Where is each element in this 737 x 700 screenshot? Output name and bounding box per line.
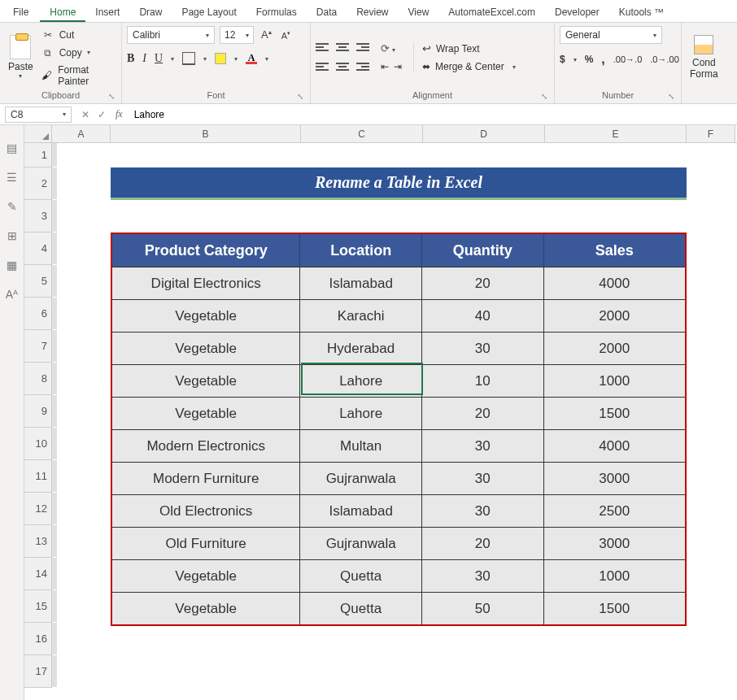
- table-cell[interactable]: Modern Electronics: [112, 430, 300, 462]
- table-cell[interactable]: 20: [422, 267, 544, 299]
- paste-button[interactable]: Paste ▾: [5, 35, 37, 80]
- table-cell[interactable]: 3000: [544, 463, 686, 494]
- sidebar-icon[interactable]: ▤: [7, 141, 17, 154]
- table-cell[interactable]: Quetta: [300, 593, 422, 624]
- cut-button[interactable]: Cut: [41, 28, 116, 41]
- table-cell[interactable]: Multan: [300, 430, 422, 462]
- cell[interactable]: [56, 460, 57, 492]
- row-header-13[interactable]: 13: [24, 525, 52, 558]
- underline-button[interactable]: U: [155, 52, 163, 65]
- row-header-10[interactable]: 10: [24, 428, 52, 460]
- cancel-formula-icon[interactable]: ✕: [81, 109, 89, 120]
- tab-draw[interactable]: Draw: [129, 2, 172, 22]
- row-header-14[interactable]: 14: [24, 558, 52, 590]
- align-center-button[interactable]: [336, 63, 349, 72]
- row-header-8[interactable]: 8: [24, 363, 52, 395]
- table-header[interactable]: Location: [300, 234, 422, 267]
- table-cell[interactable]: 30: [422, 430, 544, 462]
- cell[interactable]: [56, 363, 57, 394]
- tab-insert[interactable]: Insert: [85, 2, 129, 22]
- align-left-button[interactable]: [316, 63, 329, 72]
- table-cell[interactable]: 1000: [544, 560, 686, 592]
- table-cell[interactable]: 2500: [544, 495, 686, 527]
- cell[interactable]: [56, 493, 57, 524]
- accounting-format-button[interactable]: [560, 54, 565, 65]
- comma-format-button[interactable]: [601, 52, 604, 67]
- row-header-2[interactable]: 2: [24, 167, 52, 200]
- cell[interactable]: [56, 428, 57, 459]
- table-cell[interactable]: Modern Furniture: [112, 463, 300, 494]
- increase-font-icon[interactable]: A▴: [259, 28, 274, 41]
- table-cell[interactable]: 30: [422, 463, 544, 494]
- formula-input[interactable]: [131, 107, 737, 123]
- percent-format-button[interactable]: [585, 54, 594, 65]
- table-cell[interactable]: Hyderabad: [300, 333, 422, 364]
- increase-decimal-button[interactable]: .00→.0: [613, 54, 642, 64]
- table-cell[interactable]: Vegetable: [112, 333, 300, 364]
- table-header[interactable]: Quantity: [422, 234, 544, 267]
- fill-color-button[interactable]: [215, 53, 226, 64]
- conditional-formatting-button[interactable]: Cond Forma: [687, 35, 722, 80]
- table-cell[interactable]: Digital Electronics: [112, 267, 300, 299]
- align-top-button[interactable]: [316, 43, 329, 53]
- tab-file[interactable]: File: [2, 2, 40, 22]
- decrease-font-icon[interactable]: A▾: [279, 30, 293, 41]
- cell[interactable]: [56, 395, 57, 427]
- decrease-decimal-button[interactable]: .0→.00: [650, 54, 678, 64]
- wrap-text-button[interactable]: ↩Wrap Text: [422, 42, 516, 54]
- tab-developer[interactable]: Developer: [545, 2, 609, 22]
- sidebar-icon[interactable]: ▦: [7, 259, 17, 272]
- table-cell[interactable]: Islamabad: [300, 495, 422, 527]
- col-header-F[interactable]: F: [687, 125, 735, 142]
- row-header-4[interactable]: 4: [24, 233, 52, 265]
- tab-automateexcel[interactable]: AutomateExcel.com: [438, 2, 545, 22]
- table-cell[interactable]: 50: [422, 593, 544, 624]
- table-cell[interactable]: 1000: [544, 365, 686, 397]
- row-header-12[interactable]: 12: [24, 493, 52, 525]
- sidebar-icon[interactable]: Aᴬ: [6, 288, 18, 301]
- table-cell[interactable]: 10: [422, 365, 544, 397]
- table-cell[interactable]: 1500: [544, 398, 686, 429]
- row-header-9[interactable]: 9: [24, 395, 52, 428]
- cell[interactable]: [56, 265, 57, 297]
- row-header-3[interactable]: 3: [24, 200, 52, 233]
- cell[interactable]: [56, 167, 57, 199]
- table-cell[interactable]: Vegetable: [112, 560, 300, 592]
- table-cell[interactable]: Vegetable: [112, 593, 300, 624]
- table-cell[interactable]: 30: [422, 560, 544, 592]
- bold-button[interactable]: B: [127, 52, 134, 65]
- table-cell[interactable]: Old Electronics: [112, 495, 300, 527]
- cell[interactable]: [56, 590, 57, 622]
- cell[interactable]: [56, 330, 57, 362]
- table-cell[interactable]: Old Furniture: [112, 528, 300, 559]
- table-cell[interactable]: 3000: [544, 528, 686, 559]
- col-header-C[interactable]: C: [301, 125, 423, 142]
- align-middle-button[interactable]: [336, 43, 349, 53]
- table-cell[interactable]: 2000: [544, 300, 686, 332]
- font-size-select[interactable]: 12▾: [220, 26, 254, 44]
- cell[interactable]: [56, 655, 57, 687]
- worksheet[interactable]: A B C D E F 1234567891011121314151617 Re…: [24, 125, 737, 700]
- table-cell[interactable]: Lahore: [300, 398, 422, 429]
- tab-view[interactable]: View: [399, 2, 439, 22]
- table-cell[interactable]: Karachi: [300, 300, 422, 332]
- sidebar-icon[interactable]: ✎: [7, 200, 17, 213]
- align-bottom-button[interactable]: [356, 43, 369, 53]
- tab-formulas[interactable]: Formulas: [246, 2, 307, 22]
- table-cell[interactable]: Vegetable: [112, 398, 300, 429]
- decrease-indent-button[interactable]: ⇤: [381, 61, 389, 72]
- tab-page-layout[interactable]: Page Layout: [172, 2, 246, 22]
- col-header-D[interactable]: D: [423, 125, 545, 142]
- cell[interactable]: [56, 298, 57, 329]
- dialog-launcher-icon[interactable]: ⤡: [107, 92, 116, 102]
- table-cell[interactable]: 1500: [544, 593, 686, 624]
- col-header-B[interactable]: B: [111, 125, 301, 142]
- table-cell[interactable]: 30: [422, 333, 544, 364]
- row-header-11[interactable]: 11: [24, 460, 52, 493]
- table-header[interactable]: Product Category: [112, 234, 300, 267]
- table-cell[interactable]: Islamabad: [300, 267, 422, 299]
- cell[interactable]: [56, 558, 57, 589]
- italic-button[interactable]: I: [142, 52, 146, 65]
- cell[interactable]: [56, 233, 57, 264]
- table-cell[interactable]: Quetta: [300, 560, 422, 592]
